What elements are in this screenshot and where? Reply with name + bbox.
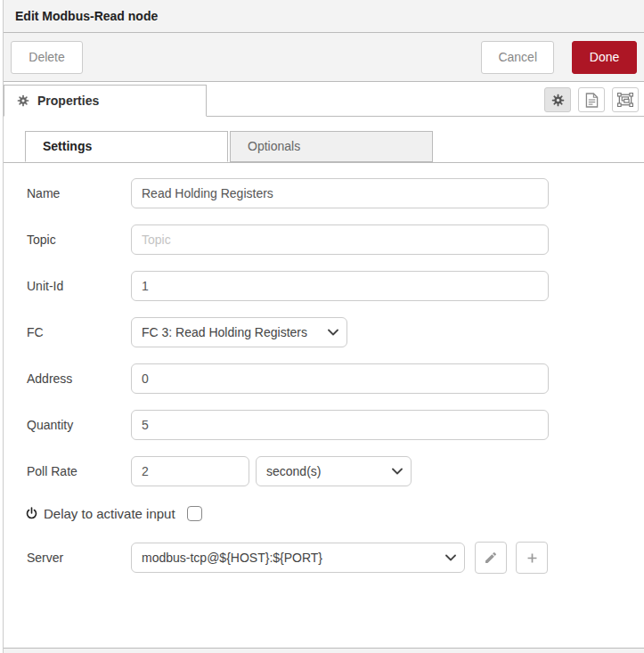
server-label: Server bbox=[27, 551, 131, 565]
tab-optionals[interactable]: Optionals bbox=[230, 131, 433, 162]
gear-icon bbox=[17, 94, 29, 107]
fc-select[interactable]: FC 3: Read Holding Registers bbox=[131, 317, 347, 347]
tab-properties[interactable]: Properties bbox=[4, 85, 207, 117]
name-row: Name bbox=[27, 178, 644, 208]
delay-row: Delay to activate input bbox=[25, 502, 644, 524]
delay-checkbox[interactable] bbox=[187, 506, 202, 521]
server-row: Server modbus-tcp@${HOST}:${PORT} bbox=[27, 542, 644, 574]
document-icon bbox=[585, 93, 599, 108]
appearance-icon-button[interactable] bbox=[612, 87, 639, 112]
poll-rate-label: Poll Rate bbox=[27, 464, 131, 478]
tray-header: Edit Modbus-Read node bbox=[4, 0, 644, 33]
toolbar-right-group: Cancel Done bbox=[481, 41, 637, 74]
gear-icon bbox=[551, 94, 565, 107]
poll-rate-input[interactable] bbox=[131, 456, 249, 486]
quantity-input[interactable] bbox=[131, 410, 549, 440]
address-row: Address bbox=[27, 363, 644, 394]
unit-id-label: Unit-Id bbox=[27, 279, 131, 293]
edit-node-tray: Edit Modbus-Read node Delete Cancel Done bbox=[3, 0, 644, 653]
appearance-icon bbox=[617, 93, 633, 107]
delete-button[interactable]: Delete bbox=[11, 41, 83, 74]
editor-tab-bar: Properties bbox=[4, 82, 644, 117]
power-icon bbox=[25, 507, 38, 520]
address-label: Address bbox=[27, 371, 131, 386]
dialog-title: Edit Modbus-Read node bbox=[4, 9, 158, 23]
edit-server-button[interactable] bbox=[475, 542, 507, 574]
quantity-row: Quantity bbox=[27, 410, 644, 440]
tab-settings[interactable]: Settings bbox=[25, 131, 228, 162]
tab-properties-label: Properties bbox=[37, 94, 99, 108]
fc-label: FC bbox=[27, 325, 131, 339]
quantity-label: Quantity bbox=[27, 418, 131, 432]
cancel-button[interactable]: Cancel bbox=[481, 41, 554, 74]
poll-rate-unit-select[interactable]: second(s) bbox=[256, 456, 412, 486]
name-input[interactable] bbox=[131, 178, 549, 208]
poll-rate-row: Poll Rate second(s) bbox=[27, 456, 644, 486]
done-button[interactable]: Done bbox=[572, 41, 637, 74]
editor-tab-actions bbox=[544, 87, 644, 116]
delay-label: Delay to activate input bbox=[44, 506, 175, 521]
settings-tab-bar: Settings Optionals bbox=[4, 131, 644, 163]
name-label: Name bbox=[27, 186, 131, 200]
settings-form: Name Topic Unit-Id FC FC 3: Read Holding… bbox=[4, 163, 644, 574]
add-server-button[interactable] bbox=[516, 542, 548, 574]
topic-row: Topic bbox=[27, 224, 644, 255]
topic-label: Topic bbox=[27, 233, 131, 247]
address-input[interactable] bbox=[131, 363, 549, 394]
description-icon-button[interactable] bbox=[578, 87, 605, 112]
pencil-icon bbox=[484, 551, 498, 565]
tray-toolbar: Delete Cancel Done bbox=[4, 33, 644, 82]
fc-row: FC FC 3: Read Holding Registers bbox=[27, 317, 644, 347]
properties-icon-button[interactable] bbox=[544, 87, 571, 112]
unit-id-row: Unit-Id bbox=[27, 271, 644, 301]
unit-id-input[interactable] bbox=[131, 271, 549, 301]
plus-icon bbox=[525, 551, 540, 566]
tray-footer bbox=[4, 648, 644, 653]
server-select[interactable]: modbus-tcp@${HOST}:${PORT} bbox=[131, 543, 465, 573]
topic-input[interactable] bbox=[131, 224, 549, 255]
